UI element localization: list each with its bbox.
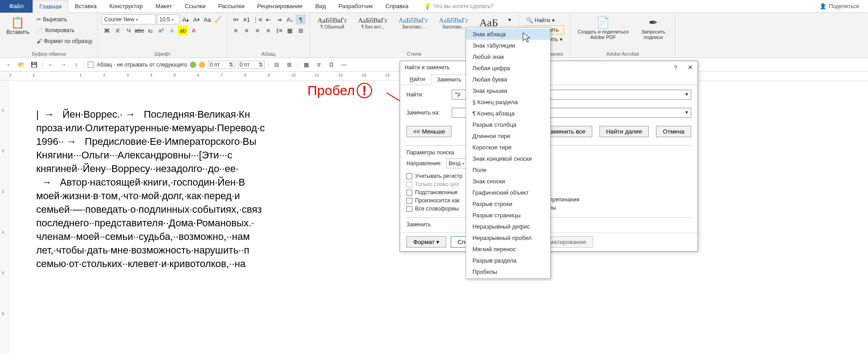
document-line[interactable]: Княгини···Ольги···Александровны···[Эти··…	[36, 148, 443, 162]
document-line[interactable]: княгиней··Йену··Ворресу··незадолго··до··…	[36, 162, 443, 176]
ctx-item-12[interactable]: Поле	[466, 164, 550, 176]
document-line[interactable]: → Автор·настоящей·книги,·господин·Йен·В	[36, 176, 443, 189]
sounds-like-check[interactable]: Произносится как	[406, 197, 462, 204]
tab-mailings[interactable]: Рассылки	[212, 0, 250, 13]
document-line[interactable]: 1996·· → Предисловие·Ее·Императорского·В…	[36, 135, 443, 148]
document-page[interactable]: | → Йен·Воррес.· → Последняя·Великая·Кнп…	[36, 81, 443, 354]
find-button[interactable]: 🔍Найти▾	[524, 16, 564, 24]
ctx-item-21[interactable]: Пробелы	[466, 266, 550, 277]
clear-format-button[interactable]: 🧹	[213, 14, 223, 24]
ctx-item-11[interactable]: Знак концевой сноски	[466, 153, 550, 164]
tab-layout[interactable]: Макет	[149, 0, 179, 13]
borders-button[interactable]: ⊞	[296, 25, 306, 35]
dropdown-icon[interactable]: ▾	[685, 91, 688, 97]
ctx-item-8[interactable]: Разрыв столбца	[466, 119, 550, 130]
ctx-item-16[interactable]: Разрыв страницы	[466, 210, 550, 221]
omega-icon[interactable]: Ω	[326, 60, 336, 70]
em-dash-icon[interactable]: —	[339, 60, 349, 70]
open-icon[interactable]: 📂	[16, 60, 26, 70]
tab-file[interactable]: Файл	[0, 0, 33, 13]
ctx-item-3[interactable]: Любая цифра	[466, 62, 550, 74]
text-effects-button[interactable]: A	[167, 25, 177, 35]
style-normal[interactable]: АаБбВвГг¶ Обычный	[313, 14, 351, 32]
green-dot-icon[interactable]	[190, 62, 196, 68]
toggle1-icon[interactable]: ⊟	[272, 60, 282, 70]
tab-references[interactable]: Ссылки	[179, 0, 212, 13]
shading-button[interactable]: ▦	[285, 25, 295, 35]
highlight-button[interactable]: ab	[178, 25, 188, 35]
help-icon[interactable]: ?	[674, 65, 677, 71]
tab-review[interactable]: Рецензирование	[251, 0, 309, 13]
align-left-button[interactable]: ≡	[231, 25, 241, 35]
tab-view[interactable]: Вид	[309, 0, 332, 13]
request-sign-button[interactable]: ✒Запросить подписи	[635, 14, 671, 42]
document-line[interactable]: моей·жизни·в·том,·что·мой·долг,·как·пере…	[36, 189, 443, 203]
font-name-combo[interactable]: Courier New▾	[102, 14, 156, 24]
decrease-indent-button[interactable]: ⇤	[263, 14, 273, 24]
increase-indent-button[interactable]: ⇥	[274, 14, 284, 24]
styles-more-button[interactable]: ▾	[505, 14, 515, 24]
document-line[interactable]: семьей·—·поведать·о·подлинных·событиях,·…	[36, 203, 443, 216]
keep-with-next-check[interactable]	[88, 62, 94, 68]
bold-button[interactable]: Ж	[102, 25, 112, 35]
tab-design[interactable]: Конструктор	[103, 0, 149, 13]
tab-developer[interactable]: Разработчик	[332, 0, 379, 13]
find-next-button[interactable]: Найти далее	[599, 126, 649, 137]
less-button[interactable]: << Меньше	[406, 126, 452, 137]
new-doc-icon[interactable]: ▫	[4, 60, 14, 70]
shrink-font-button[interactable]: A▾	[191, 14, 201, 24]
dlg-tab-replace[interactable]: Заменить	[431, 74, 467, 85]
paste-button[interactable]: 📋 Вставить	[4, 14, 32, 37]
orange-dot-icon[interactable]	[199, 62, 205, 68]
ctx-item-19[interactable]: Мягкий перенос	[466, 244, 550, 255]
document-line[interactable]: лет,·чтобы·дать·мне·возможность·нарушить…	[36, 244, 443, 257]
all-forms-check[interactable]: Все словоформы	[406, 206, 462, 212]
document-line[interactable]: | → Йен·Воррес.· → Последняя·Великая·Кн	[36, 108, 443, 121]
ctx-item-18[interactable]: Неразрывный пробел	[466, 232, 550, 244]
ctx-item-5[interactable]: Знак крышки	[466, 85, 550, 96]
subscript-button[interactable]: x₂	[145, 25, 155, 35]
ctx-item-7[interactable]: ¶ Конец абзаца	[466, 108, 550, 119]
spacing-after[interactable]: 0 пт⇅	[238, 61, 265, 69]
dropdown-icon[interactable]: ▾	[685, 109, 688, 115]
create-pdf-button[interactable]: 📄Создать и поделиться Adobe PDF	[574, 14, 632, 42]
ctx-item-17[interactable]: Неразрывный дефис	[466, 221, 550, 232]
align-right-button[interactable]: ≡	[252, 25, 262, 35]
document-line[interactable]: проза·или·Олитературенные·мемуары·Перево…	[36, 121, 443, 135]
ctx-item-20[interactable]: Разрыв раздела	[466, 255, 550, 266]
font-size-combo[interactable]: 10,5▾	[157, 14, 179, 24]
dlg-tab-find[interactable]: Найти	[404, 74, 431, 85]
toggle2-icon[interactable]: ⊞	[284, 60, 294, 70]
cut-button[interactable]: ✂Вырезать	[35, 14, 94, 24]
ctx-item-10[interactable]: Короткое тире	[466, 142, 550, 153]
document-line[interactable]: последнего··представителя··Дома·Романовы…	[36, 216, 443, 230]
superscript-button[interactable]: x²	[156, 25, 166, 35]
strike-button[interactable]: abc	[134, 25, 144, 35]
align-center-button[interactable]: ≡	[241, 25, 251, 35]
cancel-button[interactable]: Отмена	[656, 126, 691, 137]
ctx-item-13[interactable]: Знак сноски	[466, 176, 550, 187]
multilevel-button[interactable]: ⋮≡	[252, 14, 262, 24]
vertical-ruler[interactable]: 123456	[0, 81, 9, 354]
share-button[interactable]: 👤 Поделиться	[820, 3, 868, 10]
italic-button[interactable]: К	[113, 25, 123, 35]
justify-button[interactable]: ≡	[263, 25, 273, 35]
tell-me-box[interactable]: 💡 Что вы хотите сделать?	[424, 3, 494, 10]
tab-home[interactable]: Главная	[33, 0, 68, 13]
close-icon[interactable]: ✕	[688, 64, 693, 71]
direction-combo[interactable]: Везд▾	[446, 158, 467, 168]
show-marks-button[interactable]: ¶	[296, 14, 306, 24]
wildcards-check[interactable]: Подстановочные	[406, 189, 462, 196]
format-painter-button[interactable]: 🖌Формат по образцу	[35, 36, 94, 46]
arrow-right-icon[interactable]: →	[58, 60, 68, 70]
pi-icon[interactable]: π	[314, 60, 324, 70]
whole-word-check[interactable]: Только слово цел	[406, 181, 462, 187]
ctx-item-4[interactable]: Любая буква	[466, 74, 550, 85]
style-heading1[interactable]: АаБбВвГгЗаголово...	[394, 14, 432, 32]
ctx-item-2[interactable]: Любой знак	[466, 51, 550, 62]
ctx-item-9[interactable]: Длинное тире	[466, 130, 550, 142]
underline-button[interactable]: Ч	[123, 25, 133, 35]
arrow-left-icon[interactable]: ←	[46, 60, 56, 70]
change-case-button[interactable]: Aa	[202, 14, 212, 24]
line-spacing-button[interactable]: ‡≡	[274, 25, 284, 35]
